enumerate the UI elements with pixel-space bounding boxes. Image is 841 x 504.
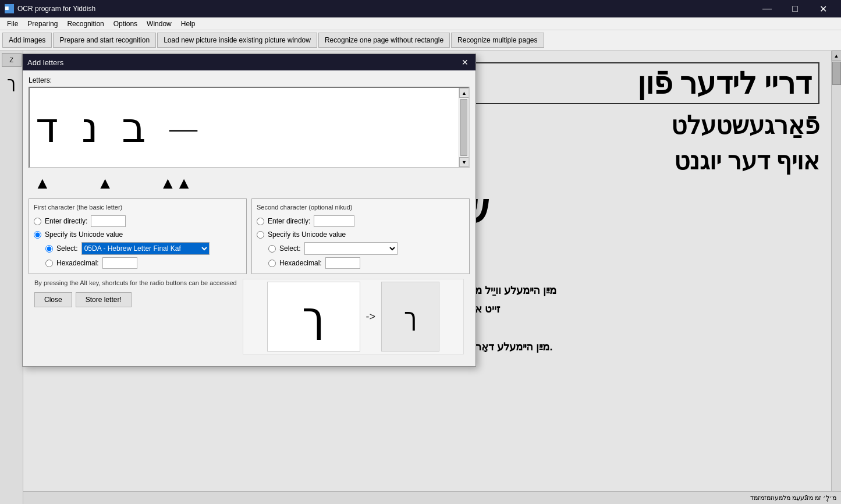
select-row: Select: 05DA - Hebrew Letter Final Kaf 0… [45, 242, 242, 255]
enter-directly-radio[interactable] [34, 218, 41, 225]
title-bar: ■ OCR program for Yiddish — □ ✕ [0, 0, 841, 17]
letters-scroll-thumb[interactable] [460, 99, 467, 156]
letter-dash: — [169, 112, 197, 144]
toolbar: Add images Prepare and start recognition… [0, 30, 841, 51]
second-hex-row: Hexadecimal: [268, 257, 464, 269]
second-hexadecimal-radio[interactable] [268, 260, 276, 267]
preview-arrow: -> [360, 311, 382, 323]
preview-area: ך -> ך [243, 279, 464, 354]
second-specify-unicode-radio[interactable] [257, 231, 264, 239]
letters-scroll-up[interactable]: ▲ [459, 88, 469, 98]
menu-window[interactable]: Window [142, 19, 176, 29]
hexadecimal-radio[interactable] [45, 260, 53, 267]
menu-recognition[interactable]: Recognition [62, 19, 108, 29]
close-button[interactable]: Close [34, 292, 72, 307]
second-specify-unicode-label: Specify its Unicode value [268, 230, 346, 239]
specify-unicode-radio[interactable] [34, 231, 41, 239]
second-specify-unicode-row: Specify its Unicode value [257, 230, 464, 239]
hexadecimal-input[interactable] [102, 257, 137, 269]
recognize-one-page-button[interactable]: Recognize one page without rectangle [318, 33, 450, 48]
letter2-3: ▲▲ [159, 174, 191, 193]
preview-source-char: ך [302, 292, 325, 342]
letters-display: ד נ ב — ▲ ▼ [29, 87, 470, 168]
letters-second-row: ▲ ▲ ▲▲ [29, 174, 470, 198]
shortcut-text-container: By pressing the Alt key, shortcuts for t… [34, 279, 237, 307]
menu-file[interactable]: File [2, 19, 23, 29]
preview-right: ך [381, 282, 439, 352]
dialog-bottom: By pressing the Alt key, shortcuts for t… [29, 279, 470, 360]
shortcut-text: By pressing the Alt key, shortcuts for t… [34, 279, 237, 286]
preview-left: ך [267, 282, 360, 352]
add-letters-dialog: Add letters ✕ Letters: ד נ ב — ▲ ▼ [22, 54, 476, 367]
second-select-row: Select: [268, 242, 464, 255]
maximize-button[interactable]: □ [782, 0, 808, 17]
dialog-body: Letters: ד נ ב — ▲ ▼ ▲ ▲ [23, 70, 475, 366]
app-close-button[interactable]: ✕ [810, 0, 836, 17]
second-unicode-section: Select: Hexadecimal: [268, 242, 464, 269]
preview-result-char: ך [404, 303, 417, 331]
title-bar-controls: — □ ✕ [754, 0, 836, 17]
letters-scroll-down[interactable]: ▼ [459, 157, 469, 167]
specify-unicode-label: Specify its Unicode value [45, 230, 123, 239]
first-char-panel-title: First character (the basic letter) [34, 204, 242, 211]
load-new-picture-button[interactable]: Load new picture inside existing picture… [157, 33, 317, 48]
letters-label: Letters: [29, 76, 470, 84]
hex-row: Hexadecimal: [45, 257, 242, 269]
letter2-2: ▲ [97, 174, 113, 193]
unicode-section: Select: 05DA - Hebrew Letter Final Kaf 0… [45, 242, 242, 269]
select-radio[interactable] [45, 245, 53, 253]
recognize-multiple-pages-button[interactable]: Recognize multiple pages [451, 33, 544, 48]
dialog-close-x-button[interactable]: ✕ [459, 56, 471, 68]
unicode-select[interactable]: 05DA - Hebrew Letter Final Kaf 05D0 - He… [81, 242, 210, 255]
prepare-start-recognition-button[interactable]: Prepare and start recognition [53, 33, 156, 48]
select-label: Select: [56, 244, 78, 253]
dialog-overlay: Add letters ✕ Letters: ד נ ב — ▲ ▼ [0, 51, 841, 504]
letter-dalet: ד [36, 103, 58, 152]
enter-directly-row: Enter directly: [34, 215, 242, 227]
second-char-panel-title: Second character (optional nikud) [257, 204, 464, 211]
second-hexadecimal-label: Hexadecimal: [279, 259, 322, 267]
app-title: OCR program for Yiddish [17, 5, 95, 13]
second-enter-directly-radio[interactable] [257, 218, 264, 225]
minimize-button[interactable]: — [754, 0, 780, 17]
second-char-panel: Second character (optional nikud) Enter … [251, 198, 470, 274]
title-bar-left: ■ OCR program for Yiddish [5, 4, 95, 13]
menu-options[interactable]: Options [109, 19, 142, 29]
letters-scrollbar[interactable]: ▲ ▼ [459, 88, 469, 167]
second-enter-directly-label: Enter directly: [268, 217, 310, 225]
enter-directly-label: Enter directly: [45, 217, 87, 225]
specify-unicode-row: Specify its Unicode value [34, 230, 242, 239]
dialog-titlebar: Add letters ✕ [23, 54, 475, 70]
letter2-1: ▲ [34, 174, 51, 193]
second-select-label: Select: [279, 244, 301, 253]
main-content: Z ך דריי לידער פֿון פֿאַרגעשטעלט אויף דע… [0, 51, 841, 504]
menu-bar: File Preparing Recognition Options Windo… [0, 17, 841, 30]
first-char-panel: First character (the basic letter) Enter… [29, 198, 247, 274]
second-select-radio[interactable] [268, 245, 276, 253]
second-enter-directly-row: Enter directly: [257, 215, 464, 227]
letter-bet: ב [122, 103, 146, 152]
app-icon: ■ [5, 4, 14, 13]
menu-preparing[interactable]: Preparing [23, 19, 62, 29]
hexadecimal-label: Hexadecimal: [56, 259, 99, 267]
enter-directly-input[interactable] [91, 215, 126, 227]
second-unicode-select[interactable] [304, 242, 398, 255]
letter-nun: נ [81, 103, 98, 152]
add-images-button[interactable]: Add images [2, 33, 52, 48]
store-letter-button[interactable]: Store letter! [76, 292, 132, 307]
second-hexadecimal-input[interactable] [325, 257, 360, 269]
second-enter-directly-input[interactable] [314, 215, 354, 227]
dialog-title: Add letters [27, 58, 63, 67]
menu-help[interactable]: Help [176, 19, 200, 29]
panels-row: First character (the basic letter) Enter… [29, 198, 470, 274]
